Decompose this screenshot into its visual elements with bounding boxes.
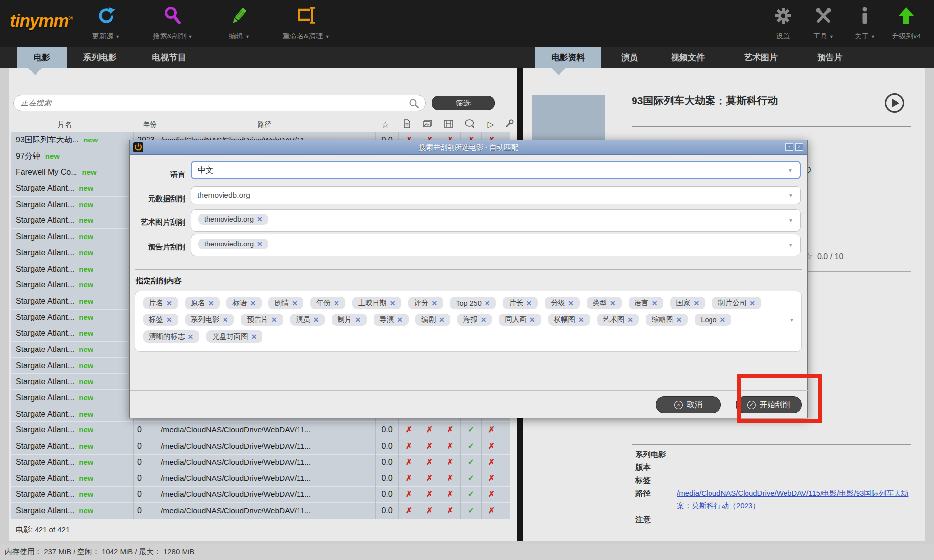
remove-chip-icon[interactable]: ✕ xyxy=(208,299,214,307)
remove-chip-icon[interactable]: ✕ xyxy=(568,299,574,307)
scrape-content-chip[interactable]: 清晰的标志✕ xyxy=(143,330,199,343)
nfo-file-column-icon[interactable] xyxy=(401,119,412,130)
remove-chip-icon[interactable]: ✕ xyxy=(529,316,535,324)
remove-chip-icon[interactable]: ✕ xyxy=(397,316,403,324)
scrape-content-chip[interactable]: 演员✕ xyxy=(290,314,325,326)
remove-chip-icon[interactable]: ✕ xyxy=(485,299,490,307)
tab-trailer[interactable]: 预告片 xyxy=(808,47,852,68)
filter-button[interactable]: 筛选 xyxy=(432,96,495,110)
remove-chip-icon[interactable]: ✕ xyxy=(627,316,633,324)
remove-chip-icon[interactable]: ✕ xyxy=(578,316,584,324)
cancel-button[interactable]: × 取消 xyxy=(656,396,721,413)
scrape-content-chip[interactable]: 国家✕ xyxy=(670,297,705,309)
remove-chip-icon[interactable]: ✕ xyxy=(271,316,277,324)
scrape-content-chip[interactable]: 系列电影✕ xyxy=(185,314,234,326)
tab-media-files[interactable]: 视频文件 xyxy=(663,47,712,68)
play-button[interactable] xyxy=(884,93,905,115)
scrape-content-chip[interactable]: 剧情✕ xyxy=(268,297,303,309)
scrape-content-chip[interactable]: 制片✕ xyxy=(332,314,367,326)
dialog-titlebar[interactable]: 搜索并刮削所选电影 - 自动匹配 ▫ × xyxy=(130,140,807,155)
remove-chip-icon[interactable]: ✕ xyxy=(166,316,172,324)
scrape-content-chip[interactable]: 分级✕ xyxy=(545,297,580,309)
rating-star-column-icon[interactable]: ☆ xyxy=(380,119,391,130)
remove-chip-icon[interactable]: ✕ xyxy=(652,299,658,307)
remove-chip-icon[interactable]: ✕ xyxy=(251,333,257,341)
tab-movie-sets[interactable]: 系列电影 xyxy=(69,47,131,68)
remove-chip-icon[interactable]: ✕ xyxy=(257,215,262,223)
remove-chip-icon[interactable]: ✕ xyxy=(526,299,532,307)
scrape-content-chip[interactable]: 预告片✕ xyxy=(241,314,283,326)
remove-chip-icon[interactable]: ✕ xyxy=(481,316,486,324)
scrape-content-chips[interactable]: 片名✕原名✕标语✕剧情✕年份✕上映日期✕评分✕Top 250✕片长✕分级✕类型✕… xyxy=(135,291,802,352)
remove-chip-icon[interactable]: ✕ xyxy=(166,299,172,307)
language-combo[interactable]: 中文 ▼ xyxy=(191,161,801,179)
chevron-down-icon[interactable]: ▼ xyxy=(788,218,793,223)
tab-artwork[interactable]: 艺术图片 xyxy=(736,47,785,68)
tab-cast[interactable]: 演员 xyxy=(616,47,643,68)
scrape-content-chip[interactable]: 横幅图✕ xyxy=(548,314,590,326)
table-row[interactable]: Stargate Atlant...new0/media/CloudNAS/Cl… xyxy=(11,438,510,455)
remove-chip-icon[interactable]: ✕ xyxy=(749,299,755,307)
search-magnifier-icon[interactable] xyxy=(409,98,419,111)
scrape-content-chip[interactable]: 评分✕ xyxy=(408,297,443,309)
menu-update-source[interactable]: 更新源 ▼ xyxy=(74,6,138,45)
images-column-icon[interactable] xyxy=(422,119,433,130)
remove-chip-icon[interactable]: ✕ xyxy=(431,299,437,307)
table-row[interactable]: Stargate Atlant...new0/media/CloudNAS/Cl… xyxy=(11,455,510,471)
scrape-content-chip[interactable]: 制片公司✕ xyxy=(712,297,761,309)
remove-chip-icon[interactable]: ✕ xyxy=(250,299,256,307)
remove-chip-icon[interactable]: ✕ xyxy=(439,316,445,324)
scrape-content-chip[interactable]: 原名✕ xyxy=(185,297,220,309)
table-row[interactable]: Stargate Atlant...new0/media/CloudNAS/Cl… xyxy=(11,503,510,519)
poster-placeholder[interactable] xyxy=(532,95,605,142)
artwork-scraper-combo[interactable]: themoviedb.org✕ ▼ xyxy=(191,209,801,232)
remove-chip-icon[interactable]: ✕ xyxy=(676,316,682,324)
scrape-content-chip[interactable]: 编剧✕ xyxy=(415,314,450,326)
metadata-scraper-combo[interactable]: themoviedb.org ▼ xyxy=(191,186,801,204)
trailer-scraper-combo[interactable]: themoviedb.org✕ ▼ xyxy=(191,234,801,256)
remove-chip-icon[interactable]: ✕ xyxy=(610,299,616,307)
column-header-path[interactable]: 路径 xyxy=(258,120,271,129)
scrape-content-chip[interactable]: 同人画✕ xyxy=(499,314,541,326)
dialog-restore-button[interactable]: ▫ xyxy=(785,143,793,151)
subtitle-speech-column-icon[interactable] xyxy=(464,119,475,130)
tab-tv-shows[interactable]: 电视节目 xyxy=(138,47,200,68)
menu-rename-cleanup[interactable]: 重命名&清理 ▼ xyxy=(274,6,338,45)
scrape-content-chip[interactable]: 缩略图✕ xyxy=(646,314,688,326)
scrape-content-chip[interactable]: 年份✕ xyxy=(310,297,345,309)
tab-movie-details[interactable]: 电影资料 xyxy=(535,47,601,68)
search-input[interactable] xyxy=(21,97,401,109)
scrape-content-chip[interactable]: 片长✕ xyxy=(503,297,538,309)
chevron-down-icon[interactable]: ▼ xyxy=(788,168,793,173)
remove-chip-icon[interactable]: ✕ xyxy=(188,333,194,341)
remove-chip-icon[interactable]: ✕ xyxy=(223,316,228,324)
scrape-content-chip[interactable]: 艺术图✕ xyxy=(597,314,639,326)
menu-search-scrape[interactable]: 搜索&刮削 ▼ xyxy=(141,6,205,45)
scrape-content-chip[interactable]: 标语✕ xyxy=(226,297,262,309)
remove-chip-icon[interactable]: ✕ xyxy=(292,299,298,307)
scrape-content-chip[interactable]: 语言✕ xyxy=(629,297,664,309)
remove-chip-icon[interactable]: ✕ xyxy=(334,299,339,307)
column-header-year[interactable]: 年份 xyxy=(143,120,157,129)
scrape-content-chip[interactable]: 上映日期✕ xyxy=(352,297,402,309)
tab-movies[interactable]: 电影 xyxy=(17,47,67,68)
scrape-content-chip[interactable]: Logo✕ xyxy=(695,314,731,326)
menu-edit[interactable]: 编辑 ▼ xyxy=(207,6,271,45)
scrape-content-chip[interactable]: 光盘封面图✕ xyxy=(206,330,262,343)
scrape-content-chip[interactable]: 导演✕ xyxy=(374,314,409,326)
remove-chip-icon[interactable]: ✕ xyxy=(355,316,361,324)
dialog-close-button[interactable]: × xyxy=(795,143,803,151)
scrape-content-chip[interactable]: 海报✕ xyxy=(457,314,492,326)
scrape-content-chip[interactable]: 类型✕ xyxy=(587,297,622,309)
table-row[interactable]: Stargate Atlant...new0/media/CloudNAS/Cl… xyxy=(11,422,510,438)
watched-play-column-icon[interactable]: ▷ xyxy=(486,119,496,130)
menu-upgrade-v4[interactable]: 升级到v4 xyxy=(874,6,934,45)
remove-chip-icon[interactable]: ✕ xyxy=(257,240,262,248)
remove-chip-icon[interactable]: ✕ xyxy=(720,316,726,324)
table-row[interactable]: Stargate Atlant...new0/media/CloudNAS/Cl… xyxy=(11,487,510,503)
scrape-content-chip[interactable]: Top 250✕ xyxy=(450,297,496,309)
chevron-down-icon[interactable]: ▼ xyxy=(788,193,793,198)
movie-path-link[interactable]: /media/CloudNAS/CloudDrive/WebDAV/115/电影… xyxy=(677,487,915,512)
remove-chip-icon[interactable]: ✕ xyxy=(693,299,699,307)
scrape-content-chip[interactable]: 标签✕ xyxy=(143,314,178,326)
